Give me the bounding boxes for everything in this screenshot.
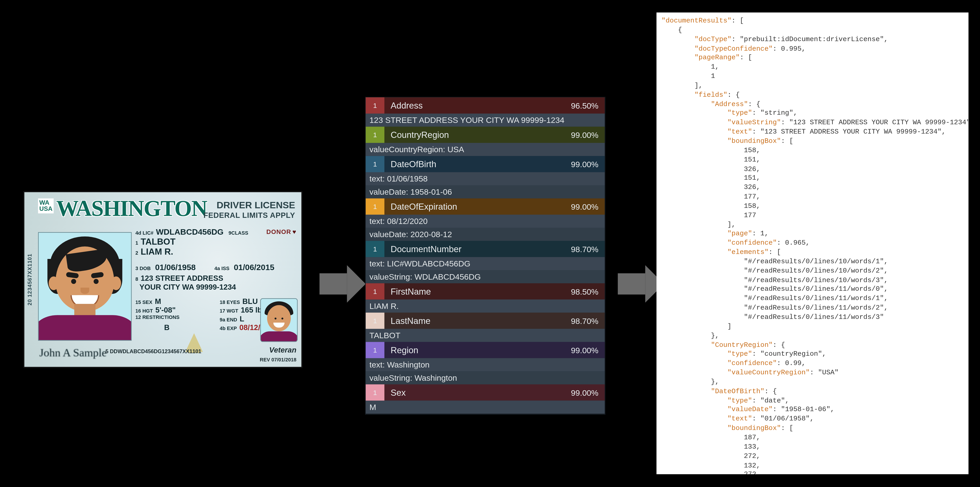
- result-field-header[interactable]: 1CountryRegion99.00%: [366, 127, 605, 143]
- dl-class: 9CLASS: [229, 230, 248, 236]
- dl-addr1: 123 STREET ADDRESS: [141, 274, 223, 283]
- dl-eyes: BLU: [242, 297, 258, 305]
- arrow-right-icon: [320, 265, 366, 302]
- result-count-badge: 1: [366, 342, 384, 358]
- result-count-badge: 1: [366, 283, 384, 299]
- result-field-name: DateOfExpiration: [384, 199, 556, 215]
- result-count-badge: 1: [366, 156, 384, 172]
- result-count-badge: 1: [366, 384, 384, 401]
- result-field-name: Region: [384, 342, 556, 358]
- result-count-badge: 1: [366, 312, 384, 329]
- result-field-value: valueCountryRegion: USA: [366, 143, 605, 156]
- result-confidence: 99.00%: [556, 384, 605, 401]
- result-field-value: valueDate: 1958-01-06: [366, 185, 605, 199]
- result-field-header[interactable]: 1LastName98.70%: [366, 312, 605, 329]
- result-field-name: DateOfBirth: [384, 156, 556, 172]
- result-field-value: LIAM R.: [366, 299, 605, 313]
- json-output-panel: "documentResults": [ { "docType": "prebu…: [657, 13, 969, 474]
- dl-address: 8123 STREET ADDRESS YOUR CITY WA 99999-1…: [135, 275, 298, 292]
- result-field-value: text: LIC#WDLABCD456DG: [366, 257, 605, 270]
- dl-dob: 01/06/1958: [155, 263, 196, 272]
- result-field: 1DateOfExpiration99.00%text: 08/12/2020v…: [366, 199, 605, 241]
- dl-iss-tag: 4a ISS: [215, 266, 229, 271]
- result-field-value: valueString: Washington: [366, 371, 605, 384]
- result-field-name: DocumentNumber: [384, 241, 556, 257]
- dl-addr-tag: 8: [135, 277, 138, 282]
- dl-firstname: LIAM R.: [141, 247, 173, 256]
- result-field-value: 123 STREET ADDRESS YOUR CITY WA 99999-12…: [366, 114, 605, 127]
- result-count-badge: 1: [366, 241, 384, 257]
- result-field-name: Sex: [384, 384, 556, 401]
- result-field-value: text: 01/06/1958: [366, 172, 605, 185]
- result-field-value: valueString: WDLABCD456DG: [366, 270, 605, 283]
- dl-side-serial: 20 1234567XX1101: [24, 192, 35, 367]
- result-field-value: valueDate: 2020-08-12: [366, 228, 605, 241]
- result-field: 1DateOfBirth99.00%text: 01/06/1958valueD…: [366, 156, 605, 199]
- result-confidence: 98.70%: [556, 312, 605, 329]
- result-field-header[interactable]: 1DateOfBirth99.00%: [366, 156, 605, 172]
- dl-addr2: YOUR CITY WA 99999-1234: [140, 283, 236, 291]
- result-confidence: 99.00%: [556, 127, 605, 143]
- result-field-header[interactable]: 1FirstName98.50%: [366, 283, 605, 299]
- result-count-badge: 1: [366, 97, 384, 114]
- result-field-header[interactable]: 1DateOfExpiration99.00%: [366, 199, 605, 215]
- result-confidence: 96.50%: [556, 97, 605, 114]
- result-confidence: 99.00%: [556, 156, 605, 172]
- dl-photo: [38, 232, 132, 341]
- result-field-name: FirstName: [384, 283, 556, 299]
- result-field-header[interactable]: 1DocumentNumber98.70%: [366, 241, 605, 257]
- dl-wgt: 165 lb: [241, 306, 262, 314]
- dl-signature: John A Sample: [39, 346, 107, 360]
- dl-lic-tag: 4d LIC#: [135, 230, 153, 236]
- result-field-name: CountryRegion: [384, 127, 556, 143]
- result-confidence: 99.00%: [556, 199, 605, 215]
- result-field: 1FirstName98.50%LIAM R.: [366, 283, 605, 312]
- driver-license-card: 20 1234567XX1101 WA USA WASHINGTON DRIVE…: [23, 191, 303, 368]
- result-field-value: text: 08/12/2020: [366, 215, 605, 228]
- extraction-results-panel: 1Address96.50%123 STREET ADDRESS YOUR CI…: [365, 97, 605, 414]
- dl-lic-value: WDLABCD456DG: [156, 227, 224, 236]
- result-field-value: TALBOT: [366, 329, 605, 342]
- dl-end: L: [240, 314, 244, 323]
- dl-sex-tag: 15 SEX: [135, 299, 153, 305]
- result-field-header[interactable]: 1Address96.50%: [366, 97, 605, 114]
- result-field: 1Address96.50%123 STREET ADDRESS YOUR CI…: [366, 97, 605, 127]
- result-field: 1Sex99.00%M: [366, 384, 605, 414]
- result-field-value: text: Washington: [366, 358, 605, 371]
- dl-dob-row: 3 DOB 01/06/1958 4a ISS 01/06/2015: [135, 263, 298, 272]
- dl-hgt-tag: 16 HGT: [135, 308, 153, 314]
- dl-lastname: TALBOT: [141, 236, 175, 247]
- dl-rest-tag: 12 RESTRICTIONS: [135, 314, 180, 320]
- dl-rest: B: [164, 323, 169, 332]
- dl-fed-limits: FEDERAL LIMITS APPLY: [204, 211, 295, 220]
- dl-wa-usa: WA USA: [38, 199, 54, 213]
- dl-state-name: WASHINGTON: [56, 199, 207, 219]
- dl-ghost-photo: [260, 298, 298, 342]
- result-field: 1CountryRegion99.00%valueCountryRegion: …: [366, 127, 605, 156]
- result-field: 1DocumentNumber98.70%text: LIC#WDLABCD45…: [366, 241, 605, 283]
- result-count-badge: 1: [366, 199, 384, 215]
- result-field: 1LastName98.70%TALBOT: [366, 312, 605, 342]
- result-field-header[interactable]: 1Sex99.00%: [366, 384, 605, 401]
- dl-rev: REV 07/01/2018: [260, 357, 296, 363]
- dl-sex: M: [155, 297, 161, 305]
- dl-veteran: Veteran: [269, 346, 296, 354]
- result-confidence: 98.50%: [556, 283, 605, 299]
- result-field-name: Address: [384, 97, 556, 114]
- result-count-badge: 1: [366, 127, 384, 143]
- dl-eyes-tag: 18 EYES: [220, 299, 240, 305]
- dl-firstname-tag: 2: [135, 250, 138, 256]
- result-field-header[interactable]: 1Region99.00%: [366, 342, 605, 358]
- dl-end-tag: 9a END: [220, 317, 237, 322]
- dl-dd: 5 DDWDLABCD456DG1234567XX1101: [105, 348, 201, 354]
- result-field-value: M: [366, 401, 605, 414]
- dl-doc-label: DRIVER LICENSE: [217, 200, 295, 210]
- result-confidence: 98.70%: [556, 241, 605, 257]
- dl-exp-tag: 4b EXP: [220, 326, 237, 331]
- dl-wgt-tag: 17 WGT: [220, 308, 238, 314]
- result-field: 1Region99.00%text: WashingtonvalueString…: [366, 342, 605, 384]
- result-field-name: LastName: [384, 312, 556, 329]
- result-confidence: 99.00%: [556, 342, 605, 358]
- dl-iss: 01/06/2015: [234, 263, 274, 272]
- dl-donor: DONOR: [266, 228, 296, 235]
